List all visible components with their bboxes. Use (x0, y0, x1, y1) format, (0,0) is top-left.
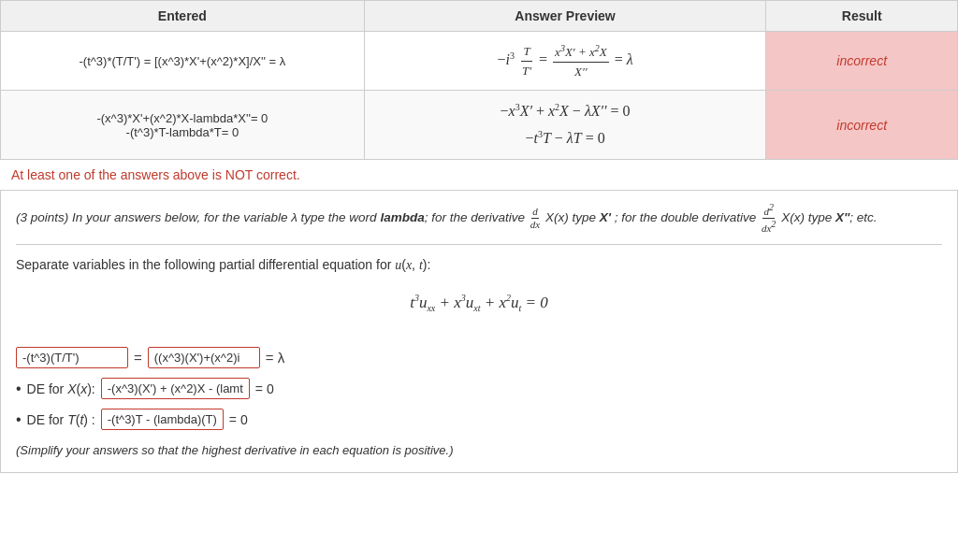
input-left-separation[interactable]: -(t^3)(T/T') (16, 347, 128, 368)
divider (16, 244, 942, 245)
main-container: Entered Answer Preview Result -(t^3)*(T/… (0, 0, 958, 473)
bullet-dot-t: • (16, 411, 22, 428)
preview-cell-2: −x3X′ + x2X − λX′′ = 0 −t3T − λT = 0 (364, 91, 766, 160)
col-header-entered: Entered (1, 1, 365, 32)
col-header-preview: Answer Preview (364, 1, 766, 32)
result-cell-1: incorrect (766, 32, 958, 91)
problem-statement: Separate variables in the following part… (16, 254, 942, 277)
entered-cell-2: -(x^3)*X'+(x^2)*X-lambda*X''= 0 -(t^3)*T… (1, 91, 365, 160)
pde-equation: t3uxx + x3uxt + x2ut = 0 (16, 287, 942, 319)
entered-cell-1: -(t^3)*(T/T') = [(x^3)*X'+(x^2)*X]/X'' =… (1, 32, 365, 91)
de-x-row: • DE for X(x): -(x^3)(X') + (x^2)X - (la… (16, 378, 942, 399)
result-cell-2: incorrect (766, 91, 958, 160)
entered-text-1: -(t^3)*(T/T') = [(x^3)*X'+(x^2)*X]/X'' =… (80, 54, 286, 68)
entered-line2-2: -(t^3)*T-lambda*T= 0 (16, 125, 349, 139)
equals-1: = (134, 350, 142, 366)
separation-row: -(t^3)(T/T') = ((x^3)(X')+(x^2)i = λ (16, 347, 942, 368)
input-right-separation[interactable]: ((x^3)(X')+(x^2)i (148, 347, 260, 368)
preview-math-1: −i3 T T′ = x3X′ + x2X X′′ = λ (498, 51, 633, 67)
de-t-label: DE for T(t) : (27, 412, 95, 427)
preview-math-2b: −t3T − λT = 0 (380, 127, 751, 150)
input-de-t[interactable]: -(t^3)T - (lambda)(T) (101, 409, 224, 430)
instructions-main: In your answers below, for the variable … (72, 210, 878, 224)
bullet-dot-x: • (16, 381, 22, 397)
preview-cell-1: −i3 T T′ = x3X′ + x2X X′′ = λ (364, 32, 766, 91)
de-x-end: = 0 (255, 381, 274, 396)
preview-math-2a: −x3X′ + x2X − λX′′ = 0 (380, 100, 751, 122)
warning-message: At least one of the answers above is NOT… (0, 160, 958, 190)
entered-line1-2: -(x^3)*X'+(x^2)*X-lambda*X''= 0 (16, 111, 349, 125)
answer-table: Entered Answer Preview Result -(t^3)*(T/… (0, 0, 958, 160)
de-t-row: • DE for T(t) : -(t^3)T - (lambda)(T) = … (16, 409, 942, 430)
instructions-text: (3 points) In your answers below, for th… (16, 202, 942, 235)
de-x-label: DE for X(x): (27, 381, 95, 396)
instructions-box: (3 points) In your answers below, for th… (0, 190, 958, 473)
input-de-x[interactable]: -(x^3)(X') + (x^2)X - (lamt (101, 378, 250, 399)
points-label: (3 points) (16, 210, 68, 224)
col-header-result: Result (766, 1, 958, 32)
de-t-end: = 0 (229, 412, 248, 427)
simplify-note: (Simplify your answers so that the highe… (16, 443, 942, 457)
answer-inputs: -(t^3)(T/T') = ((x^3)(X')+(x^2)i = λ • D… (16, 336, 942, 461)
lambda-equals: = λ (266, 350, 284, 366)
